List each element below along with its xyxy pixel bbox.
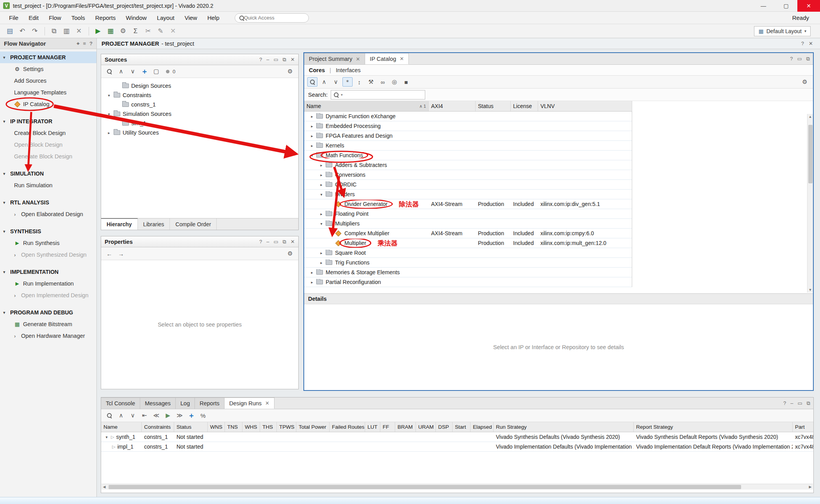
maximize-icon[interactable]: ▭	[797, 56, 802, 62]
quick-access-search[interactable]	[235, 13, 309, 23]
tree-item-sim-1[interactable]: sim_1	[101, 119, 298, 128]
flownav-header-synthesis[interactable]: ▾SYNTHESIS	[0, 225, 96, 237]
flownav-header-ip-integrator[interactable]: ▾IP INTEGRATOR	[0, 115, 96, 127]
column-header-wns[interactable]: WNS	[208, 422, 225, 432]
search-icon[interactable]	[307, 77, 317, 87]
search-icon[interactable]	[104, 67, 114, 76]
column-header-bram[interactable]: BRAM	[395, 422, 416, 432]
catalog-row-complex-multiplier[interactable]: Complex MultiplierAXI4-StreamProductionI…	[304, 229, 632, 238]
minimize-icon[interactable]: ‒	[266, 239, 269, 245]
chevron-right-icon[interactable]: ▸	[319, 212, 324, 216]
save-icon[interactable]: ▤	[4, 26, 16, 37]
chevron-right-icon[interactable]: ▸	[310, 134, 314, 138]
menu-item-tools[interactable]: Tools	[66, 12, 90, 24]
catalog-row-dividers[interactable]: ▾Dividers	[304, 190, 632, 199]
catalog-row-fpga-features-and-design[interactable]: ▸FPGA Features and Design	[304, 131, 632, 141]
float-icon[interactable]: ⧉	[807, 400, 810, 406]
gear-icon[interactable]: ⚙	[800, 77, 810, 87]
help-icon[interactable]: ?	[801, 41, 804, 46]
tree-item-utility-sources[interactable]: ▸Utility Sources	[101, 128, 298, 137]
sidebar-item-run-synthesis[interactable]: ▶Run Synthesis	[0, 237, 96, 249]
tree-item-constraints[interactable]: ▾Constraints	[101, 91, 298, 100]
catalog-row-partial-reconfiguration[interactable]: ▸Partial Reconfiguration	[304, 277, 632, 287]
scroll-to-icon[interactable]: ▢	[151, 67, 161, 76]
redo-icon[interactable]: ↷	[29, 26, 41, 37]
sum-icon[interactable]: Σ	[130, 26, 141, 37]
undo-icon[interactable]: ↶	[16, 26, 28, 37]
sidebar-item-generate-block-design[interactable]: Generate Block Design	[0, 151, 96, 162]
column-header-ths[interactable]: THS	[260, 422, 277, 432]
delete-icon[interactable]: ✕	[73, 26, 85, 37]
tab-tcl-console[interactable]: Tcl Console	[101, 398, 140, 409]
scroll-up-icon[interactable]: ▲	[809, 114, 812, 119]
minimize-icon[interactable]: ‒	[266, 57, 269, 63]
chevron-right-icon[interactable]: ▸	[310, 144, 314, 148]
percent-icon[interactable]: %	[198, 411, 208, 420]
chevron-down-icon[interactable]: ▾	[104, 435, 109, 439]
minimize-panel-icon[interactable]: ⌖	[77, 41, 79, 47]
flownav-header-simulation[interactable]: ▾SIMULATION	[0, 168, 96, 179]
add-sources-icon[interactable]: ＋	[139, 67, 150, 76]
tab-compile-order[interactable]: Compile Order	[170, 218, 217, 230]
scroll-down-icon[interactable]: ▼	[809, 287, 812, 293]
edit-icon[interactable]: ✎	[155, 26, 166, 37]
catalog-row-square-root[interactable]: ▸Square Root	[304, 248, 632, 258]
column-header-status[interactable]: Status	[174, 422, 208, 432]
maximize-icon[interactable]: ▭	[274, 57, 278, 63]
column-header-run-strategy[interactable]: Run Strategy	[494, 422, 634, 432]
subtab-cores[interactable]: Cores	[309, 67, 325, 73]
sidebar-item-open-block-design[interactable]: Open Block Design	[0, 139, 96, 151]
run-row-synth-1[interactable]: ▾▷synth_1constrs_1Not startedVivado Synt…	[101, 432, 814, 442]
menu-item-reports[interactable]: Reports	[90, 12, 121, 24]
close-icon[interactable]: ✕	[291, 239, 295, 245]
tree-item-design-sources[interactable]: Design Sources	[101, 81, 298, 91]
add-run-icon[interactable]: ＋	[186, 411, 196, 420]
forward-icon[interactable]: →	[116, 249, 126, 258]
column-header-axi4[interactable]: AXI4	[429, 101, 476, 111]
ip-search-input[interactable]	[345, 92, 422, 98]
chevron-right-icon[interactable]: ▸	[310, 280, 314, 284]
sidebar-item-open-elaborated-design[interactable]: ›Open Elaborated Design	[0, 208, 96, 220]
rewind-icon[interactable]: ≪	[151, 411, 161, 420]
close-icon[interactable]: ✕	[265, 400, 269, 406]
catalog-row-kernels[interactable]: ▸Kernels	[304, 141, 632, 151]
flownav-header-implementation[interactable]: ▾IMPLEMENTATION	[0, 266, 96, 278]
minimize-icon[interactable]: ‒	[790, 400, 793, 406]
float-icon[interactable]: ⧉	[283, 239, 286, 245]
catalog-row-floating-point[interactable]: ▸Floating Point	[304, 209, 632, 219]
chevron-right-icon[interactable]: ▸	[310, 124, 314, 128]
stop-icon[interactable]: ■	[401, 77, 411, 87]
tree-item-constrs-1[interactable]: constrs_1	[101, 100, 298, 109]
sidebar-item-open-synthesized-design[interactable]: ›Open Synthesized Design	[0, 249, 96, 261]
forward-icon[interactable]: ≫	[175, 411, 185, 420]
catalog-row-embedded-processing[interactable]: ▸Embedded Processing	[304, 121, 632, 131]
menu-item-view[interactable]: View	[180, 12, 202, 24]
expand-all-icon[interactable]: ∨	[331, 77, 341, 87]
flownav-header-project-manager[interactable]: ▾PROJECT MANAGER	[0, 51, 96, 63]
search-icon[interactable]	[104, 411, 114, 420]
column-header-uram[interactable]: URAM	[416, 422, 436, 432]
collapse-all-icon[interactable]: ∧	[319, 77, 329, 87]
play-icon[interactable]: ▶	[163, 411, 173, 420]
expand-all-icon[interactable]: ∨	[128, 411, 138, 420]
column-header-report-strategy[interactable]: Report Strategy	[634, 422, 793, 432]
help-icon[interactable]: ?	[259, 57, 262, 63]
column-header-vlnv[interactable]: VLNV	[538, 101, 632, 111]
gear-icon[interactable]: ⚙	[285, 67, 295, 76]
menu-item-file[interactable]: File	[4, 12, 23, 24]
expand-all-icon[interactable]: ∨	[128, 67, 138, 76]
chevron-right-icon[interactable]: ▸	[319, 261, 324, 265]
column-header-dsp[interactable]: DSP	[436, 422, 453, 432]
maximize-icon[interactable]: ▭	[274, 239, 278, 245]
column-header-name[interactable]: Name∧ 1	[304, 101, 429, 111]
collapse-all-icon[interactable]: ∧	[116, 67, 126, 76]
run-row-impl-1[interactable]: ▷impl_1constrs_1Not startedVivado Implem…	[101, 442, 814, 452]
help-icon[interactable]: ?	[790, 56, 793, 62]
menu-item-layout[interactable]: Layout	[152, 12, 180, 24]
sidebar-item-ip-catalog[interactable]: IP Catalog	[0, 98, 96, 110]
chevron-right-icon[interactable]: ▸	[319, 251, 324, 255]
maximize-icon[interactable]: ▢	[775, 0, 797, 12]
catalog-row-conversions[interactable]: ▸Conversions	[304, 170, 632, 180]
chevron-down-icon[interactable]: ▾	[107, 93, 111, 98]
target-icon[interactable]: ◎	[389, 77, 399, 87]
